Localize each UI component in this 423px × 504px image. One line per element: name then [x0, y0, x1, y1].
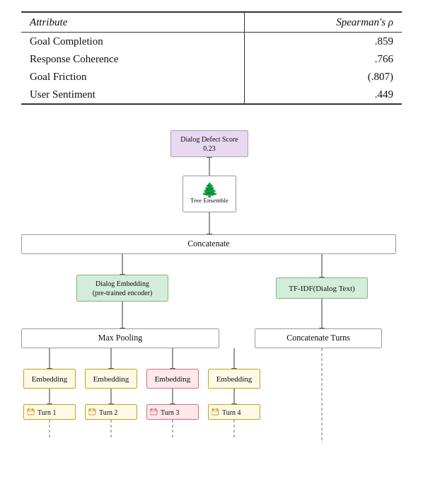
max-pooling-box: Max Pooling: [21, 328, 219, 348]
embedding-box-3: Embedding: [146, 369, 199, 389]
max-pooling-label: Max Pooling: [98, 333, 142, 344]
embedding-box-1: Embedding: [23, 369, 76, 389]
turn1-icon: [27, 408, 35, 416]
concatenate-box: Concatenate: [21, 234, 396, 254]
value-cell: .859: [245, 33, 402, 51]
table-section: Attribute Spearman's ρ Goal Completion.8…: [0, 0, 423, 118]
embedding-label-3: Embedding: [155, 374, 191, 384]
value-cell: .449: [245, 86, 402, 104]
tree-ensemble-label: Tree Ensemble: [190, 197, 228, 205]
table-row: Response Coherence.766: [21, 50, 402, 68]
dialog-defect-score-label: Dialog Defect Score: [180, 134, 238, 144]
dialog-embedding-box: Dialog Embedding (pre-trained encoder): [76, 275, 168, 302]
svg-rect-48: [216, 408, 218, 411]
value-cell: .766: [245, 50, 402, 68]
svg-rect-43: [151, 408, 152, 411]
turn-box-4: Turn 4: [208, 404, 260, 420]
concat-turns-box: Concatenate Turns: [255, 328, 382, 348]
svg-rect-39: [89, 408, 91, 411]
dialog-defect-score-box: Dialog Defect Score 0.23: [170, 130, 248, 157]
col1-header: Attribute: [21, 12, 245, 33]
table-row: User Sentiment.449: [21, 86, 402, 104]
value-cell: (.807): [245, 68, 402, 86]
turn-box-3: Turn 3: [146, 404, 199, 420]
turn-box-2: Turn 2: [85, 404, 137, 420]
turn1-label: Turn 1: [37, 408, 57, 417]
embedding-box-2: Embedding: [85, 369, 137, 389]
concat-turns-label: Concatenate Turns: [286, 333, 350, 344]
turn4-label: Turn 4: [222, 408, 241, 417]
tfidf-label: TF-IDF(Dialog Text): [289, 283, 354, 293]
correlation-table: Attribute Spearman's ρ Goal Completion.8…: [21, 11, 402, 105]
embedding-label-2: Embedding: [93, 374, 129, 384]
tree-ensemble-box: 🌲 Tree Ensemble: [182, 176, 236, 212]
attribute-cell: Goal Friction: [21, 68, 245, 86]
attribute-cell: User Sentiment: [21, 86, 245, 104]
attribute-cell: Response Coherence: [21, 50, 245, 68]
table-row: Goal Completion.859: [21, 33, 402, 51]
svg-rect-35: [28, 408, 29, 411]
diagram-section: Dialog Defect Score 0.23 🌲 Tree Ensemble…: [0, 118, 423, 464]
embedding-label-1: Embedding: [32, 374, 68, 384]
turn2-label: Turn 2: [99, 408, 118, 417]
attribute-cell: Goal Completion: [21, 33, 245, 51]
svg-rect-36: [32, 408, 33, 411]
turn3-label: Turn 3: [161, 408, 180, 417]
concatenate-label: Concatenate: [187, 239, 229, 250]
turn4-icon: [212, 408, 220, 416]
dialog-embedding-label: Dialog Embedding (pre-trained encoder): [93, 279, 153, 297]
embedding-label-4: Embedding: [216, 374, 253, 384]
turn-box-1: Turn 1: [23, 404, 76, 420]
svg-rect-40: [93, 408, 95, 411]
embedding-box-4: Embedding: [208, 369, 260, 389]
col2-header: Spearman's ρ: [245, 12, 402, 33]
svg-rect-47: [212, 408, 214, 411]
table-row: Goal Friction(.807): [21, 68, 402, 86]
turn2-icon: [88, 408, 97, 416]
tfidf-box: TF-IDF(Dialog Text): [276, 277, 368, 299]
tree-icon: 🌲: [201, 183, 219, 197]
dialog-defect-score-value: 0.23: [203, 144, 216, 153]
svg-rect-44: [155, 408, 156, 411]
turn3-icon: [150, 408, 158, 416]
